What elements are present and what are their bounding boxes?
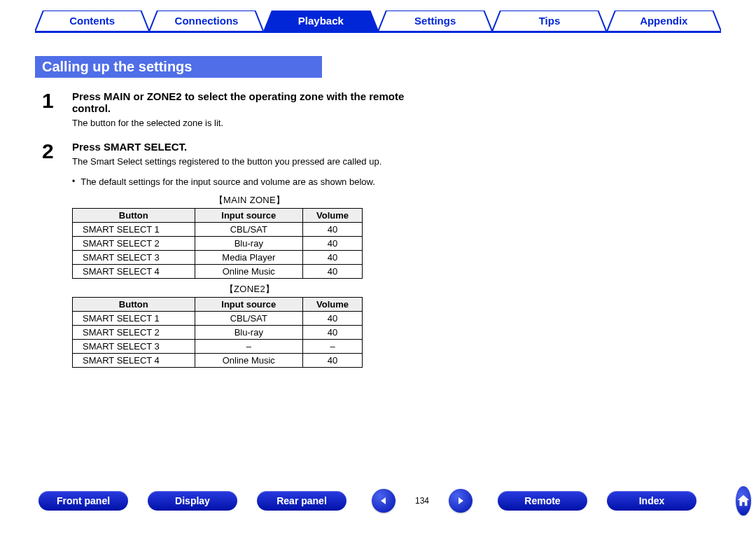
table-row: SMART SELECT 1CBL/SAT40 bbox=[73, 223, 363, 237]
triangle-left-icon bbox=[379, 497, 388, 505]
tab-label: Connections bbox=[175, 15, 239, 27]
step-title: Press SMART SELECT. bbox=[72, 141, 427, 153]
prev-page-button[interactable] bbox=[372, 489, 396, 513]
step-1: 1 Press MAIN or ZONE2 to select the oper… bbox=[42, 90, 427, 128]
table-header-row: Button Input source Volume bbox=[73, 298, 363, 312]
table-row: SMART SELECT 2Blu-ray40 bbox=[73, 237, 363, 251]
step-body: Press MAIN or ZONE2 to select the operat… bbox=[72, 90, 427, 128]
tab-label: Playback bbox=[298, 15, 344, 27]
page-number: 134 bbox=[408, 496, 436, 506]
tab-contents[interactable]: Contents bbox=[35, 11, 149, 32]
step-number: 1 bbox=[42, 90, 59, 128]
bullet-icon: • bbox=[72, 176, 75, 187]
content-area: 1 Press MAIN or ZONE2 to select the oper… bbox=[42, 90, 427, 372]
table-row: SMART SELECT 3–– bbox=[73, 340, 363, 354]
table-row: SMART SELECT 3Media Player40 bbox=[73, 251, 363, 265]
next-page-button[interactable] bbox=[449, 489, 472, 513]
table-row: SMART SELECT 1CBL/SAT40 bbox=[73, 312, 363, 326]
home-button[interactable] bbox=[736, 486, 751, 515]
step-title: Press MAIN or ZONE2 to select the operat… bbox=[72, 90, 427, 114]
bullet-default-settings: • The default settings for the input sou… bbox=[72, 176, 427, 187]
section-heading: Calling up the settings bbox=[35, 56, 322, 78]
tab-label: Appendix bbox=[640, 15, 687, 27]
tab-label: Contents bbox=[69, 15, 115, 27]
nav-remote[interactable]: Remote bbox=[498, 491, 587, 511]
nav-display[interactable]: Display bbox=[148, 491, 237, 511]
th-input-source: Input source bbox=[195, 298, 303, 312]
tab-playback[interactable]: Playback bbox=[264, 11, 378, 32]
tab-connections[interactable]: Connections bbox=[149, 11, 263, 32]
tab-label: Tips bbox=[539, 15, 561, 27]
triangle-right-icon bbox=[456, 497, 465, 505]
th-button: Button bbox=[73, 209, 195, 223]
tab-strip: Contents Connections Playback Settings T… bbox=[35, 11, 721, 32]
tab-label: Settings bbox=[414, 15, 456, 27]
nav-rear-panel[interactable]: Rear panel bbox=[257, 491, 346, 511]
step-2: 2 Press SMART SELECT. The Smart Select s… bbox=[42, 141, 427, 372]
th-button: Button bbox=[73, 298, 195, 312]
table-main-zone: Button Input source Volume SMART SELECT … bbox=[72, 208, 363, 279]
nav-index[interactable]: Index bbox=[607, 491, 696, 511]
table-zone2: Button Input source Volume SMART SELECT … bbox=[72, 297, 363, 368]
bottom-nav: Front panel Display Rear panel 134 Remot… bbox=[0, 486, 756, 515]
th-input-source: Input source bbox=[195, 209, 303, 223]
nav-front-panel[interactable]: Front panel bbox=[38, 491, 128, 511]
table-row: SMART SELECT 4Online Music40 bbox=[73, 265, 363, 279]
svg-marker-6 bbox=[381, 497, 386, 504]
th-volume: Volume bbox=[303, 298, 363, 312]
table-caption-main: 【MAIN ZONE】 bbox=[72, 194, 427, 207]
step-note: The button for the selected zone is lit. bbox=[72, 118, 427, 128]
home-icon bbox=[736, 493, 751, 508]
tab-settings[interactable]: Settings bbox=[378, 11, 492, 32]
svg-marker-7 bbox=[458, 497, 463, 504]
step-note: The Smart Select settings registered to … bbox=[72, 156, 427, 167]
step-body: Press SMART SELECT. The Smart Select set… bbox=[72, 141, 427, 372]
table-header-row: Button Input source Volume bbox=[73, 209, 363, 223]
heading-text: Calling up the settings bbox=[42, 59, 192, 74]
table-row: SMART SELECT 4Online Music40 bbox=[73, 354, 363, 368]
tab-tips[interactable]: Tips bbox=[492, 11, 606, 32]
bullet-text: The default settings for the input sourc… bbox=[80, 176, 375, 187]
table-caption-zone2: 【ZONE2】 bbox=[72, 283, 427, 296]
th-volume: Volume bbox=[303, 209, 363, 223]
top-nav: Contents Connections Playback Settings T… bbox=[0, 0, 756, 35]
tab-appendix[interactable]: Appendix bbox=[607, 11, 721, 32]
nav-underline bbox=[35, 31, 721, 33]
step-number: 2 bbox=[42, 141, 59, 372]
table-row: SMART SELECT 2Blu-ray40 bbox=[73, 326, 363, 340]
